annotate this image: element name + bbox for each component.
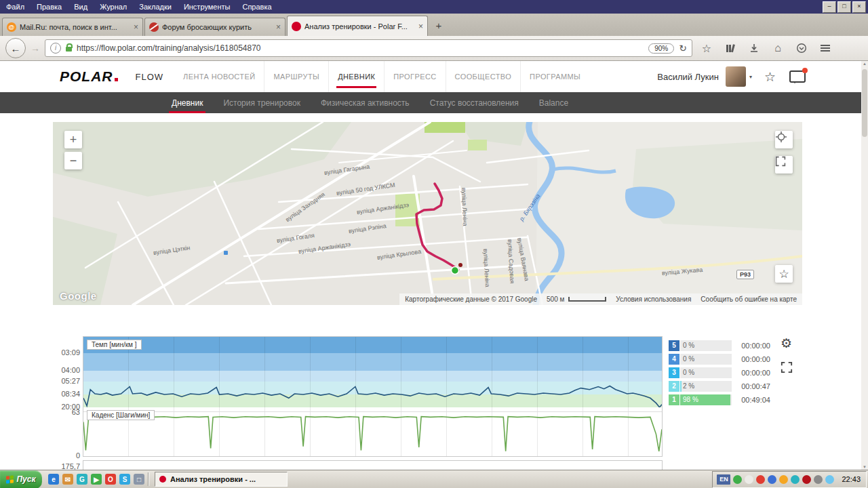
bookmark-star-icon[interactable]: ☆ <box>697 39 716 57</box>
battery-tray-icon[interactable] <box>779 475 788 484</box>
messenger-tray-icon[interactable] <box>791 475 800 484</box>
subnav-training-history[interactable]: История тренировок <box>213 92 311 113</box>
forward-button[interactable]: → <box>31 43 40 54</box>
new-tab-button[interactable]: + <box>431 18 447 33</box>
nav-diary[interactable]: ДНЕВНИК <box>328 61 384 92</box>
nav-progress[interactable]: ПРОГРЕСС <box>384 61 445 92</box>
chart-fullscreen-icon[interactable] <box>781 361 793 376</box>
updates-tray-icon[interactable] <box>756 475 765 484</box>
map-terms-link[interactable]: Условия использования <box>616 296 691 303</box>
map-report-link[interactable]: Сообщить об ошибке на карте <box>701 296 797 303</box>
close-button[interactable]: × <box>852 1 866 13</box>
map-fullscreen-icon[interactable] <box>775 156 793 174</box>
pace-ytick: 08:34 <box>54 390 80 398</box>
subnav-recovery-status[interactable]: Статус восстановления <box>420 92 529 113</box>
tab-polar-analysis[interactable]: Анализ тренировки - Polar F... × <box>287 16 428 36</box>
volume-tray-icon[interactable] <box>745 475 753 484</box>
cloud-tray-icon[interactable] <box>825 475 834 484</box>
pace-zone-legend: 5 0 % 4 0 % 3 0 % 2 2 % 1 98 % <box>669 340 732 408</box>
chat-icon[interactable] <box>789 70 806 83</box>
file-explorer-icon[interactable]: □ <box>134 474 144 485</box>
map-river-label: р. Бярэзіна <box>518 192 542 222</box>
tab-mailru[interactable]: @ Mail.Ru: почта, поиск в инт... × <box>2 18 143 36</box>
url-bar[interactable]: i https://flow.polar.com/training/analys… <box>45 39 692 57</box>
menu-view[interactable]: Вид <box>68 0 94 14</box>
nav-routes[interactable]: МАРШРУТЫ <box>264 61 328 92</box>
scroll-down-icon[interactable]: ▼ <box>861 465 868 469</box>
start-button[interactable]: Пуск <box>0 470 42 488</box>
library-icon[interactable] <box>721 39 740 57</box>
antivirus-tray-icon[interactable] <box>733 475 742 484</box>
map-street-label: вуліца Леніна <box>460 188 469 226</box>
page-scrollbar[interactable]: ▲ ▼ <box>861 61 868 470</box>
map-scale: 500 м <box>547 296 606 303</box>
nav-feed[interactable]: ЛЕНТА НОВОСТЕЙ <box>174 61 264 92</box>
tab-title: Форум бросающих курить <box>162 23 273 31</box>
security-alert-tray-icon[interactable] <box>802 475 811 484</box>
menu-help[interactable]: Справка <box>236 0 277 14</box>
media-player-icon[interactable]: ▶ <box>91 474 102 485</box>
restore-button[interactable]: □ <box>837 1 851 13</box>
cadence-chart[interactable]: Каденс [Шаги/мин] <box>83 407 663 457</box>
reload-icon[interactable]: ↻ <box>679 43 687 54</box>
pace-ytick: 05:27 <box>54 377 80 385</box>
map-street-label: вуліца Цэткін <box>153 244 191 256</box>
download-icon[interactable] <box>745 39 764 57</box>
menu-file[interactable]: Файл <box>0 0 31 14</box>
language-indicator[interactable]: EN <box>717 474 730 485</box>
map-zoom-out-button[interactable]: − <box>64 152 82 169</box>
menu-bookmarks[interactable]: Закладки <box>133 0 178 14</box>
pace-ytick: 04:00 <box>54 366 80 374</box>
minimize-button[interactable]: – <box>823 1 836 13</box>
zone-number: 1 <box>669 394 679 405</box>
tab-close-icon[interactable]: × <box>276 22 281 32</box>
avatar[interactable] <box>726 66 746 87</box>
tab-close-icon[interactable]: × <box>418 22 423 31</box>
internet-explorer-icon[interactable]: e <box>48 474 59 485</box>
menu-edit[interactable]: Правка <box>31 0 68 14</box>
menu-history[interactable]: Журнал <box>94 0 133 14</box>
pace-chart[interactable]: Темп [мин/км ] <box>83 336 663 409</box>
zone-percent: 0 % <box>683 367 694 378</box>
subnav-diary[interactable]: Дневник <box>161 92 213 113</box>
pocket-icon[interactable] <box>792 39 811 57</box>
map-street-label: вуліца Рэпіна <box>348 222 387 235</box>
opera-icon[interactable]: O <box>105 474 116 485</box>
tab-forum[interactable]: Форум бросающих курить × <box>144 18 285 36</box>
zone-time: 00:49:04 <box>736 394 770 405</box>
route-map[interactable]: вуліца Гагарынавуліца 50 год УЛКСМвуліца… <box>53 122 802 305</box>
map-street-label: вуліца 50 год УЛКСМ <box>336 182 395 197</box>
subnav-balance[interactable]: Balance <box>529 92 578 113</box>
notification-dot <box>802 68 808 73</box>
network-tray-icon[interactable] <box>768 475 776 484</box>
polar-nav: ЛЕНТА НОВОСТЕЙ МАРШРУТЫ ДНЕВНИК ПРОГРЕСС… <box>174 61 589 92</box>
polar-logo[interactable]: POLAR <box>60 68 118 85</box>
scrollbar-thumb[interactable] <box>862 69 867 137</box>
back-button[interactable]: ← <box>5 38 26 58</box>
tab-close-icon[interactable]: × <box>134 22 138 32</box>
scroll-up-icon[interactable]: ▲ <box>861 62 868 66</box>
zoom-level-badge[interactable]: 90% <box>648 43 674 54</box>
mail-client-icon[interactable]: ✉ <box>62 474 73 485</box>
page-info-icon[interactable]: i <box>50 43 61 54</box>
settings-tray-icon[interactable] <box>814 475 823 484</box>
map-locate-icon[interactable] <box>775 131 793 148</box>
menu-tools[interactable]: Инструменты <box>178 0 237 14</box>
globe-browser-icon[interactable]: G <box>77 474 87 485</box>
url-text[interactable]: https://flow.polar.com/training/analysis… <box>77 43 644 53</box>
subnav-activity[interactable]: Физическая активность <box>311 92 420 113</box>
zone-times: 00:00:00 00:00:00 00:00:00 00:00:47 00:4… <box>736 340 770 408</box>
user-menu[interactable]: Василий Лукин ▾ ☆ <box>657 66 806 87</box>
task-button-polar[interactable]: Анализ тренировки - ... <box>155 472 288 487</box>
home-icon[interactable]: ⌂ <box>768 39 787 57</box>
map-street-labels: вуліца Гагарынавуліца 50 год УЛКСМвуліца… <box>53 122 802 305</box>
screen: Файл Правка Вид Журнал Закладки Инструме… <box>0 0 868 488</box>
nav-programs[interactable]: ПРОГРАММЫ <box>520 61 589 92</box>
hamburger-menu-icon[interactable] <box>816 39 835 57</box>
map-zoom-in-button[interactable]: + <box>64 131 82 148</box>
map-favorite-star-icon[interactable]: ☆ <box>775 265 793 283</box>
nav-community[interactable]: СООБЩЕСТВО <box>446 61 521 92</box>
favorites-star-icon[interactable]: ☆ <box>764 69 776 85</box>
skype-icon[interactable]: S <box>119 474 130 485</box>
chart-settings-gear-icon[interactable]: ⚙ <box>781 336 792 351</box>
